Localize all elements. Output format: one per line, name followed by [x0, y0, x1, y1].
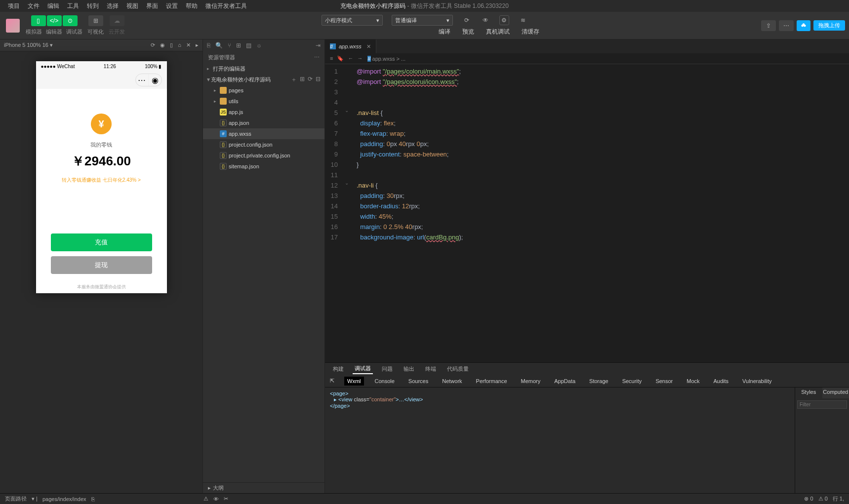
- menu-编辑[interactable]: 编辑: [43, 2, 63, 10]
- devtab-Memory[interactable]: Memory: [518, 377, 544, 386]
- cut-icon[interactable]: ✂: [224, 496, 228, 502]
- collapse-right-icon[interactable]: ⇥: [316, 42, 321, 49]
- device-icon[interactable]: ▯: [170, 42, 173, 48]
- menu-视图[interactable]: 视图: [122, 2, 142, 10]
- dbg-tab-构建[interactable]: 构建: [331, 364, 346, 374]
- promo-link[interactable]: 转入零钱通赚收益 七日年化2.43% >: [62, 177, 141, 184]
- file-app.json[interactable]: {}app.json: [203, 117, 324, 128]
- refresh-icon[interactable]: ⟳: [151, 42, 155, 48]
- menu-dots-icon[interactable]: ⋯: [136, 74, 149, 86]
- cloud-dev-button[interactable]: ☁: [110, 15, 124, 26]
- clear-cache-icon[interactable]: ≋: [518, 15, 528, 25]
- user-avatar[interactable]: [6, 19, 20, 33]
- dbg-tab-问题[interactable]: 问题: [380, 364, 395, 374]
- new-file-icon[interactable]: ＋: [291, 76, 297, 84]
- eye-icon[interactable]: 👁: [213, 496, 219, 502]
- file-project.private.config.json[interactable]: {}project.private.config.json: [203, 150, 324, 161]
- back-icon[interactable]: ←: [348, 55, 353, 62]
- branch-icon[interactable]: ⑂: [228, 42, 231, 49]
- devtab-Network[interactable]: Network: [439, 377, 465, 386]
- menu-选择[interactable]: 选择: [103, 2, 122, 10]
- file-pages[interactable]: ▸pages: [203, 85, 324, 96]
- capsule-menu[interactable]: ⋯ ◉: [135, 74, 162, 86]
- devtab-Sensor[interactable]: Sensor: [652, 377, 676, 386]
- menu-工具[interactable]: 工具: [63, 2, 83, 10]
- devtab-AppData[interactable]: AppData: [551, 377, 578, 386]
- bookmark-icon[interactable]: 🔖: [337, 55, 344, 62]
- cursor-pos[interactable]: 行 1,: [833, 495, 844, 503]
- search-icon[interactable]: 🔍: [215, 42, 223, 49]
- collapse-tree-icon[interactable]: ⊟: [316, 76, 321, 84]
- menu-界面[interactable]: 界面: [142, 2, 162, 10]
- warn-count[interactable]: ⚠ 0: [818, 496, 828, 502]
- device-selector[interactable]: iPhone 5 100% 16 ▾: [4, 42, 53, 48]
- dock-icon[interactable]: ▸: [196, 42, 199, 48]
- menu-文件[interactable]: 文件: [24, 2, 43, 10]
- devtab-Console[interactable]: Console: [372, 377, 398, 386]
- dbg-tab-调试器[interactable]: 调试器: [353, 364, 373, 374]
- real-debug-icon[interactable]: ⚙: [499, 15, 509, 25]
- project-section[interactable]: ▾充电余额特效小程序源码 ＋ ⊞ ⟳ ⊟: [203, 74, 324, 85]
- close-tab-icon[interactable]: ✕: [366, 43, 371, 50]
- devtab-Audits[interactable]: Audits: [711, 377, 732, 386]
- menu-微信开发者工具[interactable]: 微信开发者工具: [202, 2, 251, 10]
- breadcrumb[interactable]: # app.wxss > ...: [367, 56, 405, 62]
- details-icon[interactable]: ⋯: [779, 20, 794, 31]
- copy-path-icon[interactable]: ⎘: [91, 496, 95, 502]
- open-editors-section[interactable]: ▸打开的编辑器: [203, 63, 324, 74]
- dbg-tab-代码质量[interactable]: 代码质量: [445, 364, 471, 374]
- file-utils[interactable]: ▸utils: [203, 96, 324, 107]
- devtab-Sources[interactable]: Sources: [405, 377, 431, 386]
- ext-icon[interactable]: ⊞: [236, 42, 241, 49]
- file-sitemap.json[interactable]: {}sitemap.json: [203, 161, 324, 172]
- warning-icon[interactable]: ⚠: [203, 496, 208, 502]
- menu-设置[interactable]: 设置: [162, 2, 182, 10]
- file-app.wxss[interactable]: #app.wxss: [203, 128, 324, 139]
- record-icon[interactable]: ◉: [160, 42, 165, 48]
- file-project.config.json[interactable]: {}project.config.json: [203, 139, 324, 150]
- dbg-tab-输出[interactable]: 输出: [402, 364, 416, 374]
- mute-icon[interactable]: ✕: [186, 42, 191, 48]
- close-circle-icon[interactable]: ◉: [149, 74, 162, 86]
- devtab-Storage[interactable]: Storage: [586, 377, 611, 386]
- devtab-Wxml[interactable]: Wxml: [344, 377, 364, 386]
- editor-button[interactable]: </>: [47, 15, 62, 26]
- compile-select[interactable]: 普通编译▾: [392, 15, 453, 26]
- upload-icon[interactable]: ⇪: [761, 20, 776, 31]
- menu-项目[interactable]: 项目: [4, 2, 24, 10]
- devtab-Mock[interactable]: Mock: [684, 377, 702, 386]
- explorer-more-icon[interactable]: ⋯: [314, 54, 320, 61]
- computed-tab[interactable]: Computed: [822, 388, 849, 398]
- file-app.js[interactable]: JSapp.js: [203, 107, 324, 117]
- cloud-sync-icon[interactable]: [797, 20, 810, 31]
- drag-upload-button[interactable]: 拖拽上传: [813, 20, 845, 31]
- menu-转到[interactable]: 转到: [83, 2, 103, 10]
- devtab-Vulnerability[interactable]: Vulnerability: [739, 377, 775, 386]
- tab-app-wxss[interactable]: # app.wxss ✕: [325, 39, 376, 53]
- wxml-tree[interactable]: <page> ▸ <view class="container">…</view…: [325, 388, 795, 493]
- debugger-button[interactable]: ⊙: [63, 15, 78, 26]
- menu-帮助[interactable]: 帮助: [182, 2, 202, 10]
- new-folder-icon[interactable]: ⊞: [300, 76, 305, 84]
- refresh-tree-icon[interactable]: ⟳: [308, 76, 313, 84]
- compile-icon[interactable]: ⟳: [462, 15, 472, 25]
- styles-filter-input[interactable]: [797, 400, 847, 409]
- bug-icon[interactable]: ☼: [256, 42, 262, 49]
- outline-section[interactable]: ▸大纲: [203, 482, 324, 493]
- inspect-icon[interactable]: ⇱: [330, 378, 334, 384]
- visual-button[interactable]: ⊞: [88, 15, 103, 26]
- devtab-Performance[interactable]: Performance: [473, 377, 510, 386]
- styles-tab[interactable]: Styles: [795, 388, 822, 398]
- files-icon[interactable]: ⎘: [207, 42, 210, 49]
- page-path[interactable]: pages/index/index: [42, 496, 86, 502]
- devtab-Security[interactable]: Security: [619, 377, 645, 386]
- list-icon[interactable]: ≡: [330, 55, 333, 62]
- db-icon[interactable]: ▤: [246, 42, 251, 49]
- home-icon[interactable]: ⌂: [178, 42, 181, 48]
- dbg-tab-终端[interactable]: 终端: [423, 364, 438, 374]
- preview-icon[interactable]: 👁: [481, 15, 490, 25]
- forward-icon[interactable]: →: [357, 55, 363, 62]
- topup-button[interactable]: 充值: [51, 233, 152, 251]
- mode-select[interactable]: 小程序模式▾: [322, 15, 383, 26]
- withdraw-button[interactable]: 提现: [51, 256, 152, 274]
